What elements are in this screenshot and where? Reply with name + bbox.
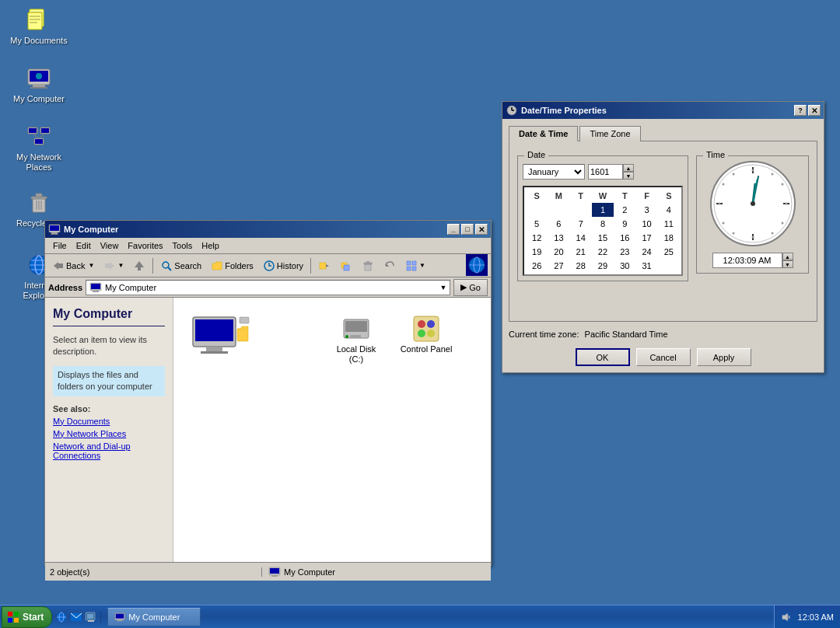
svg-rect-69 xyxy=(240,317,249,323)
folders-button[interactable]: Folders xyxy=(207,256,257,275)
calendar-day[interactable]: 16 xyxy=(614,231,635,245)
menu-tools[interactable]: Tools xyxy=(168,239,198,252)
history-button[interactable]: History xyxy=(259,256,307,275)
calendar-day[interactable]: 20 xyxy=(548,245,569,259)
sidebar-link-dialup[interactable]: Network and Dial-up Connections xyxy=(53,441,165,460)
calendar-day[interactable]: 15 xyxy=(592,231,614,245)
svg-marker-38 xyxy=(110,262,114,270)
year-input[interactable] xyxy=(588,164,623,180)
file-icon-control-panel[interactable]: Control Panel xyxy=(399,313,453,365)
calendar-day[interactable]: 14 xyxy=(570,231,592,245)
calendar-day[interactable]: 5 xyxy=(526,217,548,231)
menu-favorites[interactable]: Favorites xyxy=(123,239,167,252)
svg-point-91 xyxy=(751,236,754,239)
calendar-day[interactable]: 8 xyxy=(592,217,614,231)
datetime-help-button[interactable]: ? xyxy=(794,105,807,116)
close-button[interactable]: ✕ xyxy=(475,224,488,235)
minimize-button[interactable]: _ xyxy=(447,224,460,235)
year-spinbox[interactable]: ▲ ▼ xyxy=(588,164,634,180)
calendar-day[interactable]: 26 xyxy=(526,259,548,273)
up-button[interactable] xyxy=(129,256,149,275)
calendar-day[interactable]: 12 xyxy=(526,231,548,245)
svg-rect-10 xyxy=(33,85,45,87)
desktop-icon-my-documents[interactable]: My Documents xyxy=(8,8,70,46)
menu-view[interactable]: View xyxy=(96,239,124,252)
calendar-day[interactable]: 25 xyxy=(658,245,680,259)
calendar-day[interactable]: 13 xyxy=(548,231,569,245)
cancel-button[interactable]: Cancel xyxy=(636,348,691,366)
svg-point-98 xyxy=(722,222,724,225)
calendar-day[interactable]: 24 xyxy=(635,245,657,259)
calendar-day[interactable]: 17 xyxy=(635,231,657,245)
svg-rect-5 xyxy=(30,16,40,17)
quick-desktop-icon[interactable] xyxy=(85,611,97,623)
calendar-day[interactable]: 21 xyxy=(570,245,592,259)
calendar-day[interactable]: 19 xyxy=(526,245,548,259)
svg-rect-18 xyxy=(29,128,37,133)
desktop-icon-my-network[interactable]: My Network Places xyxy=(8,124,70,173)
copy-button[interactable] xyxy=(336,256,356,275)
undo-button[interactable] xyxy=(380,256,400,275)
calendar-day[interactable]: 23 xyxy=(614,245,635,259)
menu-help[interactable]: Help xyxy=(197,239,224,252)
sidebar-link-mynetwork[interactable]: My Network Places xyxy=(53,429,165,438)
timezone-row: Current time zone: Pacific Standard Time xyxy=(509,326,817,342)
calendar-day[interactable]: 1 xyxy=(592,203,614,217)
menu-edit[interactable]: Edit xyxy=(72,239,96,252)
time-up[interactable]: ▲ xyxy=(782,253,793,260)
apply-button[interactable]: Apply xyxy=(697,348,751,366)
clock-display[interactable]: 12:03 AM xyxy=(798,612,834,622)
ok-button[interactable]: OK xyxy=(576,348,630,366)
views-button[interactable]: ▼ xyxy=(401,256,429,275)
file-icon-mycomputer-large[interactable] xyxy=(189,313,313,360)
taskbar: Start My Computer xyxy=(0,605,840,628)
move-button[interactable] xyxy=(314,256,334,275)
calendar-day[interactable]: 10 xyxy=(635,217,657,231)
menu-file[interactable]: File xyxy=(48,239,72,252)
calendar-day[interactable]: 3 xyxy=(635,203,657,217)
address-input[interactable]: My Computer ▼ xyxy=(86,280,450,295)
calendar-day[interactable]: 27 xyxy=(548,259,569,273)
quick-ie-icon[interactable] xyxy=(55,611,68,623)
forward-button[interactable]: ▼ xyxy=(100,256,128,275)
desktop-icon-my-computer[interactable]: My Computer xyxy=(8,66,70,104)
search-button[interactable]: Search xyxy=(156,256,205,275)
calendar-day[interactable]: 7 xyxy=(570,217,592,231)
quick-outlook-icon[interactable] xyxy=(70,611,82,623)
delete-button[interactable] xyxy=(358,256,378,275)
back-button[interactable]: Back ▼ xyxy=(48,256,98,275)
calendar-day[interactable]: 9 xyxy=(614,217,635,231)
mycomputer-titlebar[interactable]: My Computer _ □ ✕ xyxy=(45,221,491,238)
taskbar-buttons: My Computer xyxy=(107,608,773,626)
file-icon-local-disk[interactable]: Local Disk (C:) xyxy=(329,313,383,365)
calendar-day[interactable]: 2 xyxy=(614,203,635,217)
calendar-day[interactable]: 29 xyxy=(592,259,614,273)
year-up[interactable]: ▲ xyxy=(623,164,634,172)
time-input[interactable] xyxy=(712,253,782,268)
time-display[interactable]: ▲ ▼ xyxy=(702,253,803,268)
calendar-day[interactable]: 4 xyxy=(658,203,680,217)
taskbar-mycomputer-btn[interactable]: My Computer xyxy=(107,608,201,626)
year-down[interactable]: ▼ xyxy=(623,172,634,180)
calendar-day[interactable]: 6 xyxy=(548,217,569,231)
start-button[interactable]: Start xyxy=(2,606,52,628)
mycomputer-title: My Computer xyxy=(64,225,447,234)
maximize-button[interactable]: □ xyxy=(461,224,474,235)
speaker-icon[interactable] xyxy=(781,612,792,623)
datetime-titlebar[interactable]: Date/Time Properties ? ✕ xyxy=(502,102,824,119)
calendar-day[interactable]: 18 xyxy=(658,231,680,245)
status-objects: 2 object(s) xyxy=(50,567,262,577)
sidebar-link-mydocs[interactable]: My Documents xyxy=(53,417,165,426)
calendar-day[interactable]: 31 xyxy=(635,259,657,273)
month-select[interactable]: JanuaryFebruaryMarchAprilMayJuneJulyAugu… xyxy=(523,164,585,180)
calendar-day[interactable]: 11 xyxy=(658,217,680,231)
tab-date-time[interactable]: Date & Time xyxy=(509,126,578,141)
calendar-day[interactable]: 30 xyxy=(614,259,635,273)
calendar-day[interactable]: 22 xyxy=(592,245,614,259)
calendar-day[interactable]: 28 xyxy=(570,259,592,273)
svg-line-16 xyxy=(33,134,39,138)
datetime-close-button[interactable]: ✕ xyxy=(808,105,821,116)
go-button[interactable]: ▶ Go xyxy=(453,279,488,296)
time-down[interactable]: ▼ xyxy=(782,260,793,268)
tab-timezone[interactable]: Time Zone xyxy=(579,126,640,141)
